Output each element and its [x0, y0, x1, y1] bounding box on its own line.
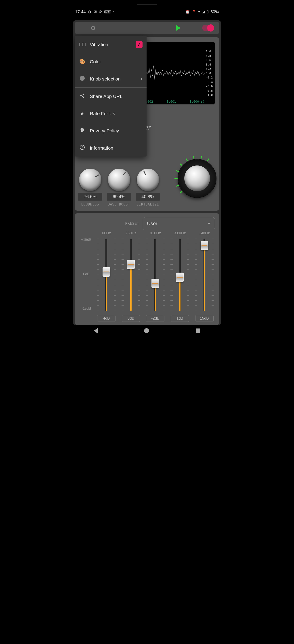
status-time: 17:44	[75, 10, 86, 14]
menu-info[interactable]: Information	[75, 139, 147, 156]
status-wifi-label: Wi-Fi	[104, 10, 111, 14]
battery-pct: 50%	[211, 10, 219, 14]
eq-slider[interactable]	[168, 237, 192, 313]
wifi-icon: ▾	[198, 10, 200, 14]
status-bar: 17:44 ◑ ✉ ⟳ Wi-Fi ● ⏰ 📍 ▾ ◢ ▯ 50%	[71, 7, 223, 17]
loudness-value: 76.6%	[78, 193, 102, 200]
battery-icon: ▯	[207, 10, 209, 14]
menu-color[interactable]: 🎨 Color	[75, 53, 147, 70]
eq-slider[interactable]	[95, 237, 118, 313]
status-dot: ●	[113, 11, 114, 13]
app-top-bar: ⚙	[75, 22, 219, 34]
status-icon-sync: ⟳	[99, 10, 102, 14]
eq-freq-label: 60Hz	[102, 231, 111, 236]
settings-dropdown-menu: ⫴▯⫴ Vibration ✓ 🎨 Color Knob selection S…	[75, 36, 147, 156]
eq-band-1: 230Hz8dB	[119, 231, 143, 322]
loudness-label: LOUDNESS	[81, 202, 99, 206]
nav-home-button[interactable]	[144, 328, 149, 333]
nav-back-button[interactable]	[94, 328, 98, 334]
eq-band-0: 60Hz4dB	[95, 231, 118, 322]
location-icon: 📍	[192, 10, 196, 14]
menu-rate[interactable]: ★ Rate For Us	[75, 105, 147, 122]
loudness-knob[interactable]	[79, 168, 101, 191]
equalizer-panel: PRESET User +15dB 0dB -15dB 60Hz4dB230Hz…	[75, 213, 219, 325]
nav-recent-button[interactable]	[196, 328, 200, 333]
eq-slider-thumb[interactable]	[201, 240, 208, 250]
alarm-icon: ⏰	[185, 10, 190, 14]
menu-privacy[interactable]: Privacy Policy	[75, 122, 147, 139]
vibration-icon: ⫴▯⫴	[79, 42, 85, 48]
info-icon	[79, 145, 85, 152]
eq-db-value: 8dB	[122, 315, 140, 322]
play-button[interactable]	[176, 25, 181, 31]
eq-slider-thumb[interactable]	[176, 272, 184, 282]
android-nav-bar	[71, 325, 223, 336]
eq-db-value: 15dB	[195, 315, 214, 322]
shield-icon	[79, 128, 85, 134]
bass-value: 69.4%	[107, 193, 131, 200]
preset-label: PRESET	[125, 222, 139, 226]
eq-freq-label: 3.6kHz	[174, 231, 186, 236]
chevron-down-icon	[208, 223, 211, 224]
eq-slider-thumb[interactable]	[127, 260, 135, 269]
master-toggle[interactable]	[202, 25, 214, 31]
status-icon-mail: ✉	[94, 10, 97, 14]
eq-freq-label: 230Hz	[125, 231, 136, 236]
master-volume-knob[interactable]	[178, 160, 216, 198]
svg-point-1	[83, 94, 84, 95]
eq-band-4: 14kHz15dB	[193, 231, 216, 322]
virtualize-value: 40.8%	[136, 193, 160, 200]
loudness-knob-group: 76.6% LOUDNESS	[78, 168, 102, 206]
preset-value: User	[147, 221, 157, 226]
db-scale: +15dB 0dB -15dB	[78, 231, 95, 322]
eq-db-value: 1dB	[171, 315, 189, 322]
chevron-right-icon	[141, 78, 143, 80]
palette-icon: 🎨	[79, 59, 85, 64]
star-icon: ★	[79, 111, 85, 116]
vibration-checkbox-checked[interactable]: ✓	[136, 41, 143, 48]
bass-knob[interactable]	[108, 168, 130, 191]
status-icon-app1: ◑	[88, 10, 91, 14]
eq-db-value: 4dB	[97, 315, 115, 322]
eq-slider-thumb[interactable]	[151, 278, 159, 288]
menu-share[interactable]: Share App URL	[75, 88, 147, 105]
eq-slider-thumb[interactable]	[103, 267, 110, 276]
svg-point-6	[82, 146, 82, 146]
eq-slider[interactable]	[144, 237, 167, 313]
eq-band-2: 910Hz-2dB	[144, 231, 167, 322]
menu-vibration[interactable]: ⫴▯⫴ Vibration ✓	[75, 36, 147, 53]
circle-icon	[79, 76, 85, 82]
signal-icon: ◢	[202, 10, 205, 14]
share-icon	[79, 93, 85, 100]
eq-db-value: -2dB	[146, 315, 164, 322]
svg-point-3	[83, 96, 84, 98]
eq-freq-label: 14kHz	[199, 231, 210, 236]
menu-knob-selection[interactable]: Knob selection	[75, 70, 147, 88]
bass-label: BASS BOOST	[108, 202, 130, 206]
eq-slider[interactable]	[119, 237, 143, 313]
eq-band-3: 3.6kHz1dB	[168, 231, 192, 322]
svg-point-2	[80, 95, 82, 96]
preset-select[interactable]: User	[143, 217, 215, 230]
eq-slider[interactable]	[193, 237, 216, 313]
virtualize-label: VIRTUALIZE	[136, 202, 159, 206]
bass-knob-group: 69.4% BASS BOOST	[107, 168, 131, 206]
eq-freq-label: 910Hz	[150, 231, 161, 236]
virtualize-knob[interactable]	[137, 168, 159, 191]
settings-gear-icon[interactable]: ⚙	[90, 24, 96, 32]
waveform-y-axis: 1.0 0.8 0.6 0.4 0.2 0.0 -0.2 -0.4 -0.6 -…	[206, 50, 214, 96]
virtualize-knob-group: 40.8% VIRTUALIZE	[136, 168, 160, 206]
